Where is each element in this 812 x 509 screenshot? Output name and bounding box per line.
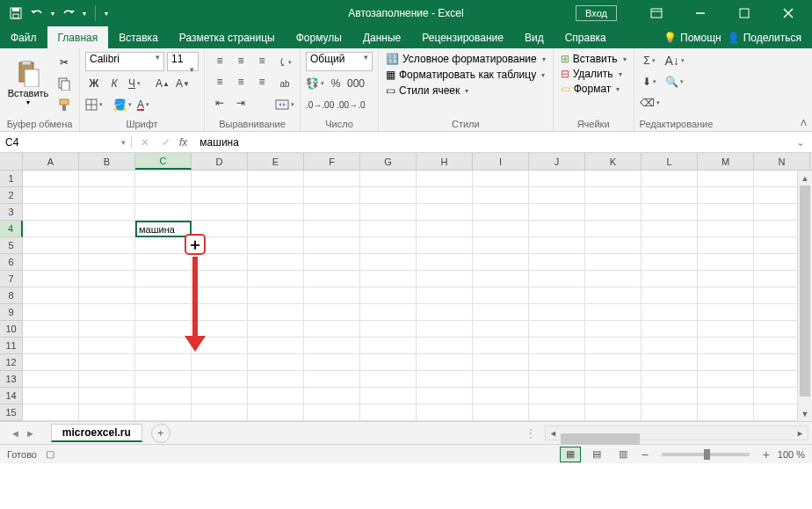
cell[interactable] xyxy=(248,354,304,371)
row-header[interactable]: 11 xyxy=(0,338,23,354)
cell[interactable] xyxy=(192,287,248,304)
vertical-scrollbar[interactable]: ▲ ▼ xyxy=(797,171,812,421)
cell[interactable] xyxy=(360,171,417,187)
fx-icon[interactable]: fx xyxy=(179,136,187,149)
tell-me-button[interactable]: 💡Помощн xyxy=(663,32,721,44)
cell[interactable] xyxy=(79,321,135,338)
cell[interactable] xyxy=(698,221,754,237)
fill-icon[interactable]: ⬇ xyxy=(641,73,658,91)
macro-record-icon[interactable]: ▢ xyxy=(46,448,54,460)
row-header[interactable]: 7 xyxy=(0,271,23,287)
format-cells-button[interactable]: ▭Формат▾ xyxy=(559,82,628,96)
cell[interactable] xyxy=(360,287,417,304)
cell[interactable] xyxy=(304,204,360,221)
cell[interactable] xyxy=(529,338,585,354)
tab-data[interactable]: Данные xyxy=(352,26,411,48)
row-header[interactable]: 4 xyxy=(0,221,23,237)
cell[interactable] xyxy=(698,321,754,338)
cell[interactable] xyxy=(135,287,192,304)
cell[interactable] xyxy=(248,204,304,221)
cell[interactable] xyxy=(473,371,529,388)
cell[interactable] xyxy=(585,204,642,221)
copy-icon[interactable] xyxy=(54,75,74,92)
cell[interactable] xyxy=(473,404,529,421)
row-header[interactable]: 6 xyxy=(0,254,23,271)
cell[interactable] xyxy=(304,287,360,304)
cell[interactable] xyxy=(23,338,79,354)
cell[interactable] xyxy=(585,321,642,338)
redo-icon[interactable] xyxy=(62,6,76,20)
column-header[interactable]: M xyxy=(698,153,754,170)
expand-formula-bar-icon[interactable]: ⌄ xyxy=(789,136,812,149)
decrease-decimal-icon[interactable]: .00→.0 xyxy=(337,96,365,113)
cell[interactable] xyxy=(417,304,473,321)
fill-color-button[interactable]: 🪣 xyxy=(113,96,132,113)
cell[interactable] xyxy=(135,204,192,221)
cell[interactable] xyxy=(642,321,698,338)
cell[interactable] xyxy=(304,237,360,254)
redo-dropdown-icon[interactable]: ▾ xyxy=(83,10,86,18)
cell[interactable] xyxy=(473,221,529,237)
sheet-tab[interactable]: microexcel.ru xyxy=(51,424,142,442)
cell[interactable] xyxy=(23,404,79,421)
login-button[interactable]: Вход xyxy=(576,5,617,21)
row-header[interactable]: 8 xyxy=(0,287,23,304)
cell[interactable] xyxy=(529,187,585,204)
cell[interactable] xyxy=(248,404,304,421)
cell[interactable] xyxy=(135,371,192,388)
underline-button[interactable]: Ч xyxy=(126,75,143,92)
cell[interactable] xyxy=(417,287,473,304)
row-header[interactable]: 14 xyxy=(0,388,23,404)
tab-insert[interactable]: Вставка xyxy=(108,26,169,48)
tab-layout[interactable]: Разметка страницы xyxy=(169,26,286,48)
cell[interactable] xyxy=(417,204,473,221)
row-header[interactable]: 2 xyxy=(0,187,23,204)
cell[interactable] xyxy=(304,388,360,404)
cell[interactable] xyxy=(79,371,135,388)
cell[interactable] xyxy=(698,304,754,321)
align-bottom-icon[interactable]: ≡ xyxy=(252,52,272,69)
align-middle-icon[interactable]: ≡ xyxy=(231,52,250,69)
merge-button[interactable] xyxy=(275,96,294,113)
cell[interactable] xyxy=(642,187,698,204)
cell[interactable] xyxy=(529,304,585,321)
column-header[interactable]: A xyxy=(23,153,79,170)
cell[interactable] xyxy=(642,254,698,271)
cell[interactable] xyxy=(135,171,192,187)
tab-help[interactable]: Справка xyxy=(555,26,617,48)
cell[interactable] xyxy=(642,271,698,287)
cell[interactable] xyxy=(585,287,642,304)
select-all-corner[interactable] xyxy=(0,153,23,170)
share-button[interactable]: 👤Поделиться xyxy=(727,32,801,44)
cell[interactable] xyxy=(23,388,79,404)
zoom-out-button[interactable]: − xyxy=(639,447,651,462)
normal-view-icon[interactable]: ▦ xyxy=(560,447,581,462)
cell[interactable] xyxy=(473,338,529,354)
cell[interactable] xyxy=(417,271,473,287)
cell[interactable] xyxy=(417,338,473,354)
row-header[interactable]: 15 xyxy=(0,404,23,421)
cell[interactable] xyxy=(304,354,360,371)
accounting-format-icon[interactable]: 💱 xyxy=(306,75,324,92)
cell[interactable] xyxy=(585,338,642,354)
ribbon-options-icon[interactable] xyxy=(636,0,677,26)
column-header[interactable]: N xyxy=(754,153,810,170)
cell[interactable] xyxy=(585,254,642,271)
cell[interactable] xyxy=(585,304,642,321)
cell[interactable] xyxy=(248,187,304,204)
cell[interactable] xyxy=(698,388,754,404)
cell[interactable] xyxy=(698,204,754,221)
cell[interactable] xyxy=(585,271,642,287)
cell[interactable] xyxy=(698,338,754,354)
increase-decimal-icon[interactable]: .0→.00 xyxy=(306,96,334,113)
cell[interactable] xyxy=(135,304,192,321)
close-icon[interactable] xyxy=(768,0,808,26)
cell[interactable] xyxy=(135,388,192,404)
scroll-right-icon[interactable]: ► xyxy=(793,429,808,438)
cell[interactable] xyxy=(417,254,473,271)
row-header[interactable]: 12 xyxy=(0,354,23,371)
cell[interactable] xyxy=(304,171,360,187)
insert-cells-button[interactable]: ⊞Вставить▾ xyxy=(559,52,628,66)
percent-format-icon[interactable]: % xyxy=(327,75,344,92)
cell[interactable] xyxy=(248,388,304,404)
